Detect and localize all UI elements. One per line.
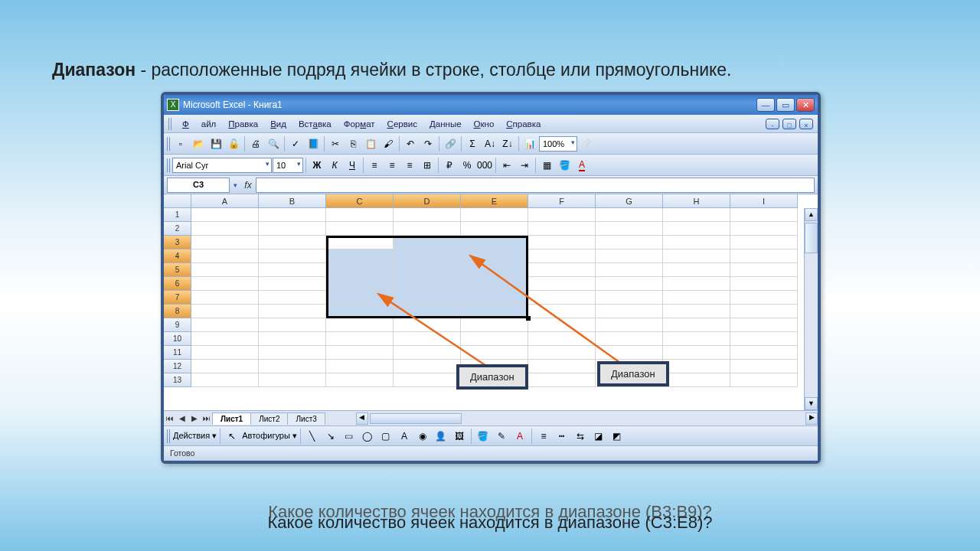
cell-F6[interactable] bbox=[528, 277, 596, 291]
sum-icon[interactable]: Σ bbox=[464, 135, 481, 152]
tab-sheet2[interactable]: Лист2 bbox=[250, 412, 288, 425]
cell-B13[interactable] bbox=[259, 373, 326, 387]
cell-I2[interactable] bbox=[730, 222, 798, 236]
cell-C4[interactable] bbox=[326, 249, 394, 263]
col-header-C[interactable]: C bbox=[326, 194, 394, 208]
tab-next-icon[interactable]: ▶ bbox=[188, 414, 201, 422]
row-header-3[interactable]: 3 bbox=[164, 236, 191, 249]
cell-C8[interactable] bbox=[326, 305, 394, 318]
grip-icon[interactable] bbox=[167, 158, 172, 172]
menu-file[interactable]: Файл bbox=[176, 118, 222, 130]
cell-F11[interactable] bbox=[528, 346, 596, 360]
cell-D13[interactable] bbox=[394, 373, 461, 387]
chart-icon[interactable]: 📊 bbox=[521, 135, 538, 152]
help-icon[interactable]: ❔ bbox=[578, 135, 595, 152]
italic-icon[interactable]: К bbox=[326, 157, 343, 174]
shadow-icon[interactable]: ◪ bbox=[590, 428, 607, 445]
fx-icon[interactable]: fx bbox=[240, 180, 256, 191]
cell-H13[interactable] bbox=[663, 373, 730, 387]
cell-G11[interactable] bbox=[596, 346, 663, 360]
cell-G7[interactable] bbox=[596, 291, 663, 305]
currency-icon[interactable]: ₽ bbox=[441, 157, 458, 174]
row-header-11[interactable]: 11 bbox=[164, 346, 191, 360]
grip-icon[interactable] bbox=[167, 429, 172, 443]
cell-C9[interactable] bbox=[326, 318, 394, 332]
fill-color-icon[interactable]: 🪣 bbox=[556, 157, 573, 174]
rect-icon[interactable]: ▭ bbox=[341, 428, 358, 445]
cell-A4[interactable] bbox=[191, 249, 259, 263]
col-header-H[interactable]: H bbox=[663, 194, 730, 208]
cell-H3[interactable] bbox=[663, 236, 730, 249]
col-header-A[interactable]: A bbox=[191, 194, 259, 208]
cell-D10[interactable] bbox=[394, 332, 461, 346]
menu-edit[interactable]: Правка bbox=[222, 118, 264, 130]
research-icon[interactable]: 📘 bbox=[305, 135, 322, 152]
cell-B10[interactable] bbox=[259, 332, 326, 346]
cell-A11[interactable] bbox=[191, 346, 259, 360]
sort-asc-icon[interactable]: A↓ bbox=[482, 135, 498, 152]
cell-I12[interactable] bbox=[730, 360, 798, 373]
menu-window[interactable]: Окно bbox=[468, 118, 501, 130]
zoom-combo[interactable]: 100% bbox=[539, 136, 577, 152]
cell-B9[interactable] bbox=[259, 318, 326, 332]
cell-E2[interactable] bbox=[461, 222, 528, 236]
cell-A8[interactable] bbox=[191, 305, 259, 318]
inc-indent-icon[interactable]: ⇥ bbox=[516, 157, 533, 174]
cell-I13[interactable] bbox=[730, 373, 798, 387]
diagram-icon[interactable]: ◉ bbox=[414, 428, 431, 445]
3d-icon[interactable]: ◩ bbox=[609, 428, 626, 445]
close-button[interactable]: ✕ bbox=[796, 98, 815, 112]
cell-D1[interactable] bbox=[394, 208, 461, 222]
cell-G6[interactable] bbox=[596, 277, 663, 291]
undo-icon[interactable]: ↶ bbox=[402, 135, 419, 152]
cell-G9[interactable] bbox=[596, 318, 663, 332]
cell-I1[interactable] bbox=[730, 208, 798, 222]
cell-A10[interactable] bbox=[191, 332, 259, 346]
link-icon[interactable]: 🔗 bbox=[442, 135, 459, 152]
align-left-icon[interactable]: ≡ bbox=[366, 157, 383, 174]
maximize-button[interactable]: ▭ bbox=[776, 98, 795, 112]
cell-B7[interactable] bbox=[259, 291, 326, 305]
cell-I7[interactable] bbox=[730, 291, 798, 305]
dec-indent-icon[interactable]: ⇤ bbox=[498, 157, 515, 174]
formula-bar[interactable] bbox=[256, 178, 815, 193]
arrow-shape-icon[interactable]: ↘ bbox=[322, 428, 339, 445]
cell-B5[interactable] bbox=[259, 263, 326, 277]
dash-style-icon[interactable]: ┅ bbox=[554, 428, 570, 445]
cell-E3[interactable] bbox=[461, 236, 528, 249]
cell-E11[interactable] bbox=[461, 346, 528, 360]
save-icon[interactable]: 💾 bbox=[207, 135, 224, 152]
tab-last-icon[interactable]: ⏭ bbox=[201, 414, 213, 422]
cell-H9[interactable] bbox=[663, 318, 730, 332]
cell-A9[interactable] bbox=[191, 318, 259, 332]
menu-view[interactable]: Вид bbox=[264, 118, 292, 130]
cell-I6[interactable] bbox=[730, 277, 798, 291]
picture-icon[interactable]: 🖼 bbox=[451, 428, 468, 445]
cell-G3[interactable] bbox=[596, 236, 663, 249]
select-icon[interactable]: ↖ bbox=[224, 428, 240, 445]
cell-H4[interactable] bbox=[663, 249, 730, 263]
col-header-E[interactable]: E bbox=[461, 194, 528, 208]
cell-I9[interactable] bbox=[730, 318, 798, 332]
cell-A1[interactable] bbox=[191, 208, 259, 222]
tab-prev-icon[interactable]: ◀ bbox=[176, 414, 188, 422]
cell-B2[interactable] bbox=[259, 222, 326, 236]
cell-D6[interactable] bbox=[394, 277, 461, 291]
font-color-icon[interactable]: A bbox=[511, 428, 528, 445]
grip-icon[interactable] bbox=[168, 118, 173, 130]
cell-D12[interactable] bbox=[394, 360, 461, 373]
actions-menu[interactable]: Действия ▾ bbox=[173, 431, 217, 441]
cell-C6[interactable] bbox=[326, 277, 394, 291]
cell-B8[interactable] bbox=[259, 305, 326, 318]
cell-F2[interactable] bbox=[528, 222, 596, 236]
name-box[interactable]: C3 bbox=[167, 178, 230, 193]
cell-H10[interactable] bbox=[663, 332, 730, 346]
cell-A5[interactable] bbox=[191, 263, 259, 277]
redo-icon[interactable]: ↷ bbox=[420, 135, 436, 152]
clipart-icon[interactable]: 👤 bbox=[433, 428, 449, 445]
cell-D9[interactable] bbox=[394, 318, 461, 332]
cell-F3[interactable] bbox=[528, 236, 596, 249]
tab-sheet1[interactable]: Лист1 bbox=[212, 412, 251, 425]
cell-H11[interactable] bbox=[663, 346, 730, 360]
row-header-9[interactable]: 9 bbox=[164, 318, 191, 332]
